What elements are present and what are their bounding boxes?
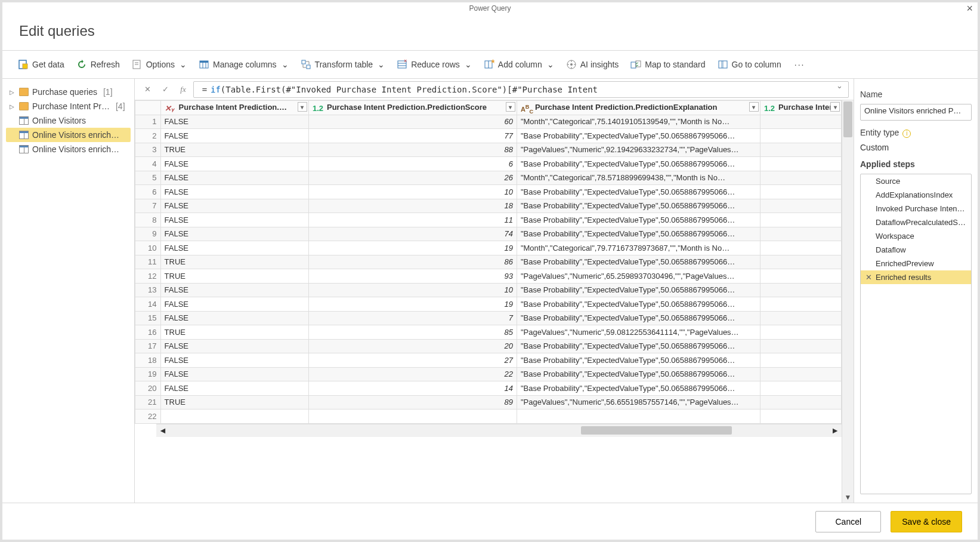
- cell[interactable]: [308, 409, 517, 424]
- cell[interactable]: FALSE: [160, 353, 308, 368]
- cell[interactable]: 14: [308, 381, 517, 396]
- cell[interactable]: TRUE: [160, 395, 308, 409]
- table-row[interactable]: 22: [135, 409, 842, 424]
- cell[interactable]: 77: [308, 129, 517, 143]
- cell[interactable]: FALSE: [160, 199, 308, 213]
- applied-step[interactable]: ✕Workspace: [861, 229, 971, 243]
- scroll-left-icon[interactable]: ◄: [159, 426, 167, 435]
- table-row[interactable]: 13FALSE10"Base Probability","ExpectedVal…: [135, 283, 842, 297]
- cell[interactable]: "Base Probability","ExpectedValueType",5…: [517, 339, 760, 353]
- cell[interactable]: TRUE: [160, 143, 308, 157]
- cell[interactable]: [760, 157, 841, 171]
- cell[interactable]: FALSE: [160, 283, 308, 297]
- cell[interactable]: [517, 409, 760, 424]
- reduce-rows-button[interactable]: ×Reduce rows⌄: [392, 57, 477, 72]
- cell[interactable]: [760, 241, 841, 255]
- cell[interactable]: 89: [308, 395, 517, 409]
- cell[interactable]: [760, 269, 841, 284]
- cell[interactable]: 20: [308, 339, 517, 353]
- cell[interactable]: [760, 325, 841, 340]
- formula-cancel-icon[interactable]: ✕: [140, 82, 155, 97]
- applied-step[interactable]: ✕AddExplanationsIndex: [861, 188, 971, 202]
- cell[interactable]: FALSE: [160, 129, 308, 143]
- column-filter-icon[interactable]: ▾: [830, 102, 840, 112]
- table-row[interactable]: 19FALSE22"Base Probability","ExpectedVal…: [135, 367, 842, 381]
- cell[interactable]: "Month","Categorical",79.77167378973687,…: [517, 241, 760, 255]
- close-icon[interactable]: ×: [966, 2, 973, 15]
- cell[interactable]: [760, 311, 841, 325]
- table-row[interactable]: 2FALSE77"Base Probability","ExpectedValu…: [135, 129, 842, 143]
- applied-step[interactable]: ✕EnrichedPreview: [861, 257, 971, 270]
- cell[interactable]: 19: [308, 297, 517, 312]
- table-row[interactable]: 5FALSE26"Month","Categorical",78.5718899…: [135, 171, 842, 185]
- cell[interactable]: "Base Probability","ExpectedValueType",5…: [517, 185, 760, 199]
- cell[interactable]: FALSE: [160, 157, 308, 171]
- cell[interactable]: FALSE: [160, 227, 308, 241]
- sidebar-item[interactable]: Online Visitors enrich…: [6, 128, 131, 142]
- column-filter-icon[interactable]: ▾: [506, 102, 515, 112]
- cell[interactable]: [760, 171, 841, 185]
- cell[interactable]: "Base Probability","ExpectedValueType",5…: [517, 311, 760, 325]
- column-header[interactable]: ABCPurchase Intent Prediction.Prediction…: [517, 101, 760, 115]
- table-row[interactable]: 16TRUE85"PageValues","Numeric",59.081225…: [135, 325, 842, 340]
- cell[interactable]: "Base Probability","ExpectedValueType",5…: [517, 199, 760, 213]
- delete-step-icon[interactable]: ✕: [865, 273, 872, 282]
- cell[interactable]: 10: [308, 283, 517, 297]
- cell[interactable]: 18: [308, 199, 517, 213]
- table-row[interactable]: 1FALSE60"Month","Categorical",75.1401910…: [135, 115, 842, 129]
- table-row[interactable]: 14FALSE19"Base Probability","ExpectedVal…: [135, 297, 842, 312]
- vertical-scrollbar[interactable]: ▲ ▼: [842, 100, 854, 503]
- cell[interactable]: 22: [308, 367, 517, 381]
- cell[interactable]: [760, 409, 841, 424]
- save-close-button[interactable]: Save & close: [891, 511, 962, 532]
- cell[interactable]: 10: [308, 185, 517, 199]
- sidebar-item[interactable]: Online Visitors enrich…: [6, 142, 131, 156]
- column-filter-icon[interactable]: ▾: [298, 102, 307, 112]
- refresh-button[interactable]: Refresh: [72, 57, 125, 72]
- sidebar-item[interactable]: Online Visitors: [6, 113, 131, 128]
- cell[interactable]: TRUE: [160, 325, 308, 340]
- map-to-standard-button[interactable]: Map to standard: [626, 57, 710, 72]
- cell[interactable]: FALSE: [160, 171, 308, 185]
- cell[interactable]: "Base Probability","ExpectedValueType",5…: [517, 297, 760, 312]
- sidebar-item[interactable]: ▷Purchase queries[1]: [6, 85, 131, 99]
- cell[interactable]: FALSE: [160, 339, 308, 353]
- scroll-down-icon[interactable]: ▼: [842, 493, 854, 501]
- table-row[interactable]: 10FALSE19"Month","Categorical",79.771673…: [135, 241, 842, 255]
- cell[interactable]: FALSE: [160, 367, 308, 381]
- applied-step[interactable]: ✕DataflowPrecalculatedSo…: [861, 215, 971, 229]
- add-column-button[interactable]: ★Add column⌄: [479, 57, 559, 72]
- cell[interactable]: "Base Probability","ExpectedValueType",5…: [517, 367, 760, 381]
- chevron-down-icon[interactable]: ⌄: [836, 81, 843, 90]
- cell[interactable]: [760, 255, 841, 269]
- fx-icon[interactable]: fx: [175, 82, 191, 97]
- table-row[interactable]: 12TRUE93"PageValues","Numeric",65.259893…: [135, 269, 842, 284]
- table-row[interactable]: 21TRUE89"PageValues","Numeric",56.655198…: [135, 395, 842, 409]
- column-header[interactable]: 1.2Purchase Inter▾: [760, 101, 841, 115]
- column-header[interactable]: ✕ᵧPurchase Intent Prediction.…▾: [160, 101, 308, 115]
- horizontal-scrollbar[interactable]: ◄ ►: [156, 424, 842, 437]
- table-row[interactable]: 7FALSE18"Base Probability","ExpectedValu…: [135, 199, 842, 213]
- cell[interactable]: 26: [308, 171, 517, 185]
- cell[interactable]: 11: [308, 213, 517, 227]
- sidebar-item[interactable]: ▷Purchase Intent Pr…[4]: [6, 99, 131, 113]
- cell[interactable]: 19: [308, 241, 517, 255]
- formula-input[interactable]: = if (Table.First(#"Invoked Purchase Int…: [193, 81, 849, 98]
- cell[interactable]: [760, 199, 841, 213]
- cell[interactable]: [760, 143, 841, 157]
- table-row[interactable]: 8FALSE11"Base Probability","ExpectedValu…: [135, 213, 842, 227]
- cell[interactable]: 27: [308, 353, 517, 368]
- cell[interactable]: 85: [308, 325, 517, 340]
- cell[interactable]: "Base Probability","ExpectedValueType",5…: [517, 255, 760, 269]
- table-row[interactable]: 20FALSE14"Base Probability","ExpectedVal…: [135, 381, 842, 396]
- query-name-input[interactable]: Online Visitors enriched P…: [860, 104, 972, 121]
- cell[interactable]: "Base Probability","ExpectedValueType",5…: [517, 353, 760, 368]
- cell[interactable]: 7: [308, 311, 517, 325]
- cell[interactable]: FALSE: [160, 297, 308, 312]
- applied-step[interactable]: ✕Enriched results: [861, 270, 971, 284]
- cell[interactable]: "Base Probability","ExpectedValueType",5…: [517, 129, 760, 143]
- applied-step[interactable]: ✕Source: [861, 174, 971, 188]
- get-data-button[interactable]: Get data: [13, 57, 69, 72]
- cell[interactable]: [760, 185, 841, 199]
- cell[interactable]: [760, 129, 841, 143]
